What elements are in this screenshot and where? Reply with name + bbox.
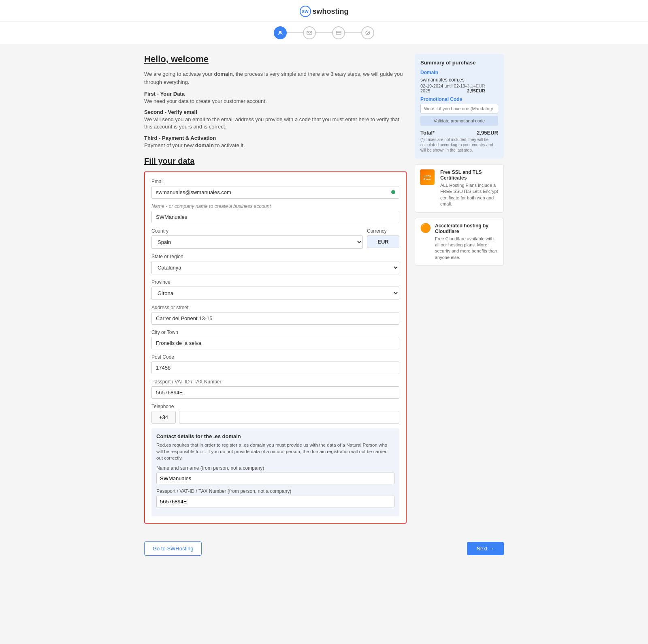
- ssl-content: Free SSL and TLS Certificates ALL Hostin…: [440, 169, 499, 208]
- svg-rect-2: [336, 31, 341, 34]
- domain-prices: 3,14EUR 2,95EUR: [467, 83, 498, 93]
- logo-icon: sw: [300, 6, 311, 17]
- cloudflare-content: Accelerated hosting by Cloudflare Free C…: [435, 223, 499, 261]
- name-input[interactable]: [151, 211, 399, 223]
- contact-passport-input[interactable]: [156, 496, 394, 507]
- address-input[interactable]: [151, 312, 399, 325]
- address-label: Address or street: [151, 305, 399, 310]
- email-valid-indicator: [391, 190, 395, 194]
- step2-desc: We will send you an email to the email a…: [144, 116, 407, 131]
- state-label: State or region: [151, 254, 399, 259]
- state-select[interactable]: Catalunya: [151, 261, 399, 274]
- contact-passport-label: Passport / VAT-ID / TAX Number (from per…: [156, 488, 394, 494]
- country-select[interactable]: Spain: [151, 235, 363, 249]
- step1-desc: We need your data to create your custome…: [144, 98, 407, 105]
- step3-desc: Payment of your new domain to activate i…: [144, 142, 407, 149]
- summary-title: Summary of purchase: [420, 60, 498, 66]
- lets-encrypt-icon: Let's Encrypt: [420, 169, 436, 185]
- step-4[interactable]: [361, 26, 374, 39]
- domain-name: swmanuales.com.es: [420, 77, 498, 83]
- step-1[interactable]: [274, 26, 287, 39]
- right-panel: Summary of purchase Domain swmanuales.co…: [415, 54, 504, 266]
- postcode-label: Post Code: [151, 354, 399, 360]
- svg-rect-1: [307, 31, 312, 34]
- step-line-2: [316, 32, 332, 33]
- email-input[interactable]: [151, 186, 399, 199]
- total-value: 2,95EUR: [477, 130, 498, 136]
- logo[interactable]: sw swhosting: [300, 6, 349, 17]
- step-line-1: [287, 32, 303, 33]
- price-new: 2,95EUR: [467, 88, 485, 93]
- bottom-bar: Go to SWHosting Next →: [138, 541, 510, 556]
- step-3[interactable]: [332, 26, 345, 39]
- svg-point-0: [279, 31, 281, 33]
- cloudflare-title: Accelerated hosting by Cloudflare: [435, 223, 499, 234]
- email-icon: [307, 30, 312, 36]
- check-icon: [365, 30, 371, 36]
- currency-wrapper: Currency EUR: [367, 228, 399, 248]
- next-button[interactable]: Next →: [467, 542, 504, 555]
- passport-input[interactable]: [151, 386, 399, 399]
- ssl-title: Free SSL and TLS Certificates: [440, 169, 499, 181]
- user-icon: [277, 30, 283, 36]
- contact-details-box: Contact details for the .es domain Red.e…: [151, 428, 399, 516]
- cloudflare-icon: 🟠: [420, 223, 431, 233]
- lets-encrypt-badge: Let's Encrypt: [420, 169, 435, 185]
- contact-box-desc: Red.es requires that in order to registe…: [156, 442, 394, 461]
- step-line-3: [345, 32, 361, 33]
- validate-promo-button[interactable]: Validate promotional code: [420, 116, 498, 126]
- left-panel: Hello, welcome We are going to activate …: [144, 54, 407, 524]
- phone-row: [151, 411, 399, 424]
- postcode-input[interactable]: [151, 362, 399, 374]
- summary-box: Summary of purchase Domain swmanuales.co…: [415, 54, 504, 158]
- steps-bar: [0, 21, 648, 44]
- phone-prefix-input[interactable]: [151, 411, 176, 424]
- step-2[interactable]: [303, 26, 316, 39]
- contact-name-label: Name and surname (from person, not a com…: [156, 465, 394, 471]
- form-box: Email Name - or company name to create a…: [144, 171, 407, 524]
- phone-number-input[interactable]: [179, 411, 399, 424]
- intro-paragraph: We are going to activate your domain, th…: [144, 70, 407, 86]
- cloudflare-desc: Free Cloudflare available with all our h…: [435, 236, 499, 261]
- cloudflare-card: 🟠 Accelerated hosting by Cloudflare Free…: [415, 218, 504, 266]
- step3-title: Third - Payment & Activation: [144, 135, 407, 141]
- total-note: (*) Taxes are not included, they will be…: [420, 137, 498, 153]
- svg-point-4: [366, 31, 370, 35]
- province-select[interactable]: Girona: [151, 287, 399, 300]
- fill-title: Fill your data: [144, 156, 407, 166]
- total-row: Total* 2,95EUR: [420, 130, 498, 136]
- domain-section-title: Domain: [420, 70, 498, 75]
- ssl-desc: ALL Hosting Plans include a FREE SSL/TLS…: [440, 182, 499, 208]
- email-wrapper: [151, 186, 399, 199]
- domain-dates-row: 02-19-2024 until 02-19-2025 3,14EUR 2,95…: [420, 83, 498, 93]
- currency-label: Currency: [367, 228, 399, 234]
- ssl-card: Let's Encrypt Free SSL and TLS Certifica…: [415, 164, 504, 213]
- contact-name-input[interactable]: [156, 473, 394, 484]
- logo-text: swhosting: [313, 7, 349, 16]
- contact-box-title: Contact details for the .es domain: [156, 433, 394, 439]
- country-label: Country: [151, 228, 363, 234]
- total-label: Total*: [420, 130, 435, 136]
- promo-input[interactable]: [420, 104, 498, 113]
- country-wrapper: Country Spain: [151, 228, 363, 249]
- welcome-title: Hello, welcome: [144, 54, 407, 64]
- price-old: 3,14EUR: [467, 83, 485, 88]
- name-label: Name - or company name to create a busin…: [151, 203, 399, 209]
- step2-title: Second - Verify email: [144, 109, 407, 115]
- domain-dates-text: 02-19-2024 until 02-19-2025: [420, 83, 467, 93]
- province-label: Province: [151, 279, 399, 285]
- back-button[interactable]: Go to SWHosting: [144, 541, 202, 556]
- promo-section-title: Promotional Code: [420, 96, 498, 102]
- credit-card-icon: [336, 30, 341, 36]
- step1-title: First - Your Data: [144, 91, 407, 97]
- country-currency-row: Country Spain Currency EUR: [151, 228, 399, 249]
- header: sw swhosting: [0, 0, 648, 21]
- email-label: Email: [151, 179, 399, 184]
- city-input[interactable]: [151, 337, 399, 349]
- city-label: City or Town: [151, 329, 399, 335]
- phone-label: Telephone: [151, 404, 399, 409]
- currency-display: EUR: [367, 235, 399, 248]
- passport-label: Passport / VAT-ID / TAX Number: [151, 379, 399, 385]
- main-content: Hello, welcome We are going to activate …: [138, 44, 510, 533]
